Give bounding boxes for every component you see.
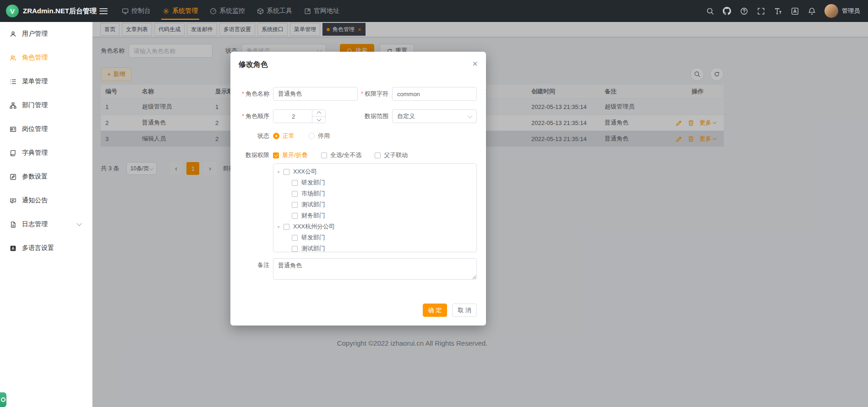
dialog-title: 修改角色 [239, 60, 268, 68]
checkbox-icon[interactable] [284, 169, 289, 175]
role-order-field-label: *角色顺序 [238, 112, 273, 120]
stepper-down-button[interactable] [312, 116, 325, 123]
remark-textarea[interactable]: 普通角色 [273, 258, 477, 280]
sidebar-item-posts[interactable]: 岗位管理 [0, 117, 92, 141]
font-size-icon[interactable] [774, 7, 782, 15]
nav-item-console[interactable]: 控制台 [116, 0, 157, 22]
remark-field-label: 备注 [238, 258, 273, 272]
external-link-icon [304, 8, 311, 15]
data-scope-select[interactable]: 自定义 [392, 109, 477, 123]
nav-item-system-tools[interactable]: 系统工具 [251, 0, 298, 22]
confirm-button[interactable]: 确 定 [423, 304, 448, 317]
tree-node[interactable]: ▾ XXX杭州分公司 [273, 221, 476, 232]
sidebar-item-label: 菜单管理 [22, 77, 48, 86]
chevron-down-icon [467, 113, 472, 118]
github-icon[interactable] [723, 7, 731, 15]
tree-node-label: 研发部门 [301, 179, 325, 187]
required-asterisk: * [242, 90, 244, 97]
nav-item-official-site[interactable]: 官网地址 [298, 0, 345, 22]
sidebar-item-label: 部门管理 [22, 101, 48, 109]
tree-node[interactable]: 财务部门 [273, 210, 476, 221]
chevron-down-icon [76, 221, 82, 226]
user-menu[interactable]: 管理员 [824, 4, 860, 18]
status-radio-normal[interactable]: 正常 [273, 132, 295, 140]
sidebar-item-notices[interactable]: 通知公告 [0, 189, 92, 212]
gear-icon [1, 397, 5, 402]
nav-item-label: 系统工具 [267, 7, 292, 15]
fullscreen-icon[interactable] [757, 7, 765, 15]
tree-node-label: XXX杭州分公司 [293, 222, 335, 231]
tree-node[interactable]: 研发部门 [273, 177, 476, 188]
sidebar-item-parameters[interactable]: 参数设置 [0, 165, 92, 189]
language-icon[interactable] [791, 7, 799, 15]
sidebar-item-label: 岗位管理 [22, 125, 48, 133]
help-icon[interactable] [740, 7, 748, 15]
sidebar-item-i18n[interactable]: 多语言设置 [0, 236, 92, 260]
sidebar-item-label: 参数设置 [22, 173, 48, 181]
checkbox-checked-icon [273, 152, 279, 158]
roles-icon [10, 54, 16, 61]
sidebar-item-menus[interactable]: 菜单管理 [0, 70, 92, 93]
data-scope-field-label: 数据范围 [358, 112, 392, 120]
radio-label: 停用 [318, 132, 330, 140]
radio-checked-icon [273, 133, 279, 139]
nav-item-label: 系统监控 [219, 7, 245, 15]
required-asterisk: * [361, 90, 363, 97]
nav-item-system-monitor[interactable]: 系统监控 [204, 0, 251, 22]
console-icon [122, 8, 129, 15]
sidebar: 用户管理 角色管理 菜单管理 部门管理 岗位管理 字典管理 参数设置 通知公告 … [0, 22, 93, 407]
sidebar-item-users[interactable]: 用户管理 [0, 22, 92, 46]
tree-node[interactable]: 市场部门 [273, 188, 476, 199]
checkbox-icon[interactable] [292, 235, 298, 241]
parent-child-link-checkbox[interactable]: 父子联动 [375, 151, 408, 159]
avatar [824, 4, 838, 18]
checkbox-icon[interactable] [284, 224, 289, 230]
caret-down-icon[interactable]: ▾ [273, 169, 284, 174]
top-header: V ZRAdmin.NET后台管理 控制台 系统管理 系统监控 系统工具 [0, 0, 868, 22]
role-name-field[interactable] [273, 87, 358, 101]
book-icon [10, 150, 16, 157]
monitor-icon [210, 8, 217, 15]
devtools-badge[interactable] [0, 392, 6, 407]
status-radio-disabled[interactable]: 停用 [308, 132, 330, 140]
tree-node-label: 测试部门 [301, 244, 325, 252]
perm-char-field[interactable] [392, 87, 477, 101]
checkbox-icon[interactable] [292, 191, 298, 197]
hamburger-icon[interactable] [99, 6, 108, 16]
nav-item-system-management[interactable]: 系统管理 [157, 0, 204, 22]
id-badge-icon [10, 126, 16, 133]
data-perms-field-label: 数据权限 [238, 151, 273, 159]
tree-node[interactable]: 测试部门 [273, 243, 476, 252]
tree-node-label: 测试部门 [301, 201, 325, 209]
sidebar-item-logs[interactable]: 日志管理 [0, 212, 92, 236]
sidebar-item-roles[interactable]: 角色管理 [0, 46, 92, 70]
role-order-stepper [273, 109, 326, 123]
tree-node-label: 市场部门 [301, 190, 325, 198]
checkbox-icon[interactable] [292, 180, 298, 186]
toolbox-icon [257, 8, 264, 15]
sidebar-item-dictionary[interactable]: 字典管理 [0, 141, 92, 165]
username: 管理员 [842, 7, 860, 15]
tree-node[interactable]: 研发部门 [273, 232, 476, 243]
tree-node[interactable]: ▾ XXX公司 [273, 166, 476, 177]
status-field-label: 状态 [238, 132, 273, 140]
checkbox-label: 父子联动 [384, 151, 408, 159]
app-logo[interactable]: V ZRAdmin.NET后台管理 [0, 5, 93, 17]
expand-collapse-checkbox[interactable]: 展开/折叠 [273, 151, 308, 159]
close-icon[interactable]: × [472, 59, 478, 68]
app-title: ZRAdmin.NET后台管理 [23, 7, 97, 16]
bell-icon[interactable] [808, 7, 816, 15]
chat-bubble-icon [10, 197, 16, 204]
tree-node[interactable]: 测试部门 [273, 199, 476, 210]
select-all-checkbox[interactable]: 全选/全不选 [321, 151, 362, 159]
sidebar-item-label: 通知公告 [22, 196, 48, 205]
stepper-up-button[interactable] [312, 110, 325, 116]
caret-down-icon[interactable]: ▾ [273, 224, 284, 229]
search-icon[interactable] [706, 7, 714, 15]
checkbox-icon[interactable] [292, 213, 298, 219]
checkbox-icon[interactable] [292, 202, 298, 208]
nav-item-label: 控制台 [131, 7, 151, 15]
cancel-button[interactable]: 取 消 [452, 304, 477, 317]
sidebar-item-departments[interactable]: 部门管理 [0, 93, 92, 117]
checkbox-icon[interactable] [292, 246, 298, 252]
